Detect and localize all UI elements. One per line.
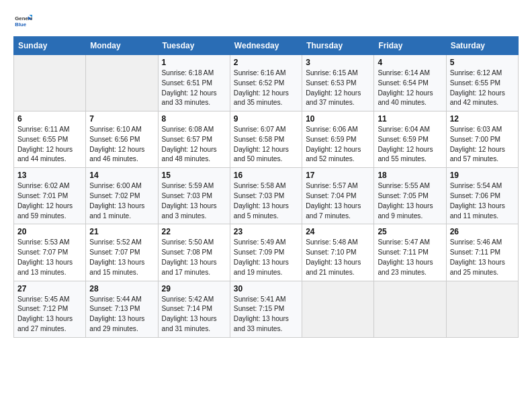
day-info: Sunrise: 5:49 AMSunset: 7:09 PMDaylight:… xyxy=(234,238,298,277)
day-info: Sunrise: 6:11 AMSunset: 6:55 PMDaylight:… xyxy=(17,125,82,165)
header-day-friday: Friday xyxy=(374,37,446,55)
day-info: Sunrise: 5:48 AMSunset: 7:10 PMDaylight:… xyxy=(306,238,370,277)
day-info: Sunrise: 5:55 AMSunset: 7:05 PMDaylight:… xyxy=(378,181,442,221)
header-day-thursday: Thursday xyxy=(302,37,374,55)
calendar-cell xyxy=(302,281,374,337)
calendar-cell xyxy=(86,55,158,111)
day-info: Sunrise: 5:57 AMSunset: 7:04 PMDaylight:… xyxy=(306,181,370,221)
day-number: 8 xyxy=(162,114,226,124)
calendar-week-4: 20Sunrise: 5:53 AMSunset: 7:07 PMDayligh… xyxy=(14,224,519,281)
day-info: Sunrise: 5:44 AMSunset: 7:13 PMDaylight:… xyxy=(89,295,154,334)
calendar-week-3: 13Sunrise: 6:02 AMSunset: 7:01 PMDayligh… xyxy=(14,168,519,224)
page: General Blue SundayMondayTuesdayWednesda… xyxy=(0,0,532,411)
day-number: 30 xyxy=(234,284,298,293)
day-info: Sunrise: 5:59 AMSunset: 7:03 PMDaylight:… xyxy=(162,181,226,221)
svg-text:Blue: Blue xyxy=(15,21,27,28)
calendar-cell: 2Sunrise: 6:16 AMSunset: 6:52 PMDaylight… xyxy=(230,55,302,111)
day-number: 5 xyxy=(450,58,515,67)
calendar-header: SundayMondayTuesdayWednesdayThursdayFrid… xyxy=(14,37,519,55)
day-number: 16 xyxy=(234,171,298,180)
calendar-cell: 25Sunrise: 5:47 AMSunset: 7:11 PMDayligh… xyxy=(374,224,446,281)
day-info: Sunrise: 6:16 AMSunset: 6:52 PMDaylight:… xyxy=(234,68,298,108)
day-info: Sunrise: 6:02 AMSunset: 7:01 PMDaylight:… xyxy=(17,181,82,221)
calendar-cell: 11Sunrise: 6:04 AMSunset: 6:59 PMDayligh… xyxy=(374,111,446,168)
day-number: 27 xyxy=(17,284,82,293)
calendar-cell: 24Sunrise: 5:48 AMSunset: 7:10 PMDayligh… xyxy=(302,224,374,281)
day-info: Sunrise: 6:14 AMSunset: 6:54 PMDaylight:… xyxy=(378,68,442,108)
day-number: 23 xyxy=(234,227,298,236)
calendar-cell: 21Sunrise: 5:52 AMSunset: 7:07 PMDayligh… xyxy=(86,224,158,281)
header-day-saturday: Saturday xyxy=(446,37,518,55)
day-info: Sunrise: 5:50 AMSunset: 7:08 PMDaylight:… xyxy=(162,238,226,277)
calendar-cell: 16Sunrise: 5:58 AMSunset: 7:03 PMDayligh… xyxy=(230,168,302,224)
calendar-cell: 19Sunrise: 5:54 AMSunset: 7:06 PMDayligh… xyxy=(446,168,518,224)
calendar-cell: 18Sunrise: 5:55 AMSunset: 7:05 PMDayligh… xyxy=(374,168,446,224)
day-number: 14 xyxy=(89,171,154,180)
logo-icon: General Blue xyxy=(13,12,32,31)
day-info: Sunrise: 6:15 AMSunset: 6:53 PMDaylight:… xyxy=(306,68,370,108)
day-number: 29 xyxy=(162,284,226,293)
day-info: Sunrise: 5:54 AMSunset: 7:06 PMDaylight:… xyxy=(450,181,515,221)
calendar-cell: 4Sunrise: 6:14 AMSunset: 6:54 PMDaylight… xyxy=(374,55,446,111)
calendar-cell: 8Sunrise: 6:08 AMSunset: 6:57 PMDaylight… xyxy=(158,111,230,168)
header-day-monday: Monday xyxy=(86,37,158,55)
calendar-cell: 17Sunrise: 5:57 AMSunset: 7:04 PMDayligh… xyxy=(302,168,374,224)
calendar-cell: 28Sunrise: 5:44 AMSunset: 7:13 PMDayligh… xyxy=(86,281,158,337)
day-number: 21 xyxy=(89,227,154,236)
day-info: Sunrise: 5:47 AMSunset: 7:11 PMDaylight:… xyxy=(378,238,442,277)
day-info: Sunrise: 6:18 AMSunset: 6:51 PMDaylight:… xyxy=(162,68,226,108)
day-info: Sunrise: 6:04 AMSunset: 6:59 PMDaylight:… xyxy=(378,125,442,165)
logo: General Blue xyxy=(13,12,35,31)
day-info: Sunrise: 6:03 AMSunset: 7:00 PMDaylight:… xyxy=(450,125,515,165)
day-info: Sunrise: 6:00 AMSunset: 7:02 PMDaylight:… xyxy=(89,181,154,221)
day-info: Sunrise: 5:41 AMSunset: 7:15 PMDaylight:… xyxy=(234,295,298,334)
calendar-cell: 14Sunrise: 6:00 AMSunset: 7:02 PMDayligh… xyxy=(86,168,158,224)
calendar-week-5: 27Sunrise: 5:45 AMSunset: 7:12 PMDayligh… xyxy=(14,281,519,337)
calendar-cell xyxy=(374,281,446,337)
header-row: SundayMondayTuesdayWednesdayThursdayFrid… xyxy=(14,37,519,55)
calendar-cell: 12Sunrise: 6:03 AMSunset: 7:00 PMDayligh… xyxy=(446,111,518,168)
day-info: Sunrise: 6:07 AMSunset: 6:58 PMDaylight:… xyxy=(234,125,298,165)
day-info: Sunrise: 5:58 AMSunset: 7:03 PMDaylight:… xyxy=(234,181,298,221)
day-number: 11 xyxy=(378,114,442,124)
day-number: 7 xyxy=(89,114,154,124)
header-day-tuesday: Tuesday xyxy=(158,37,230,55)
day-number: 13 xyxy=(17,171,82,180)
calendar-cell xyxy=(14,55,86,111)
calendar-cell xyxy=(446,281,518,337)
day-info: Sunrise: 6:10 AMSunset: 6:56 PMDaylight:… xyxy=(89,125,154,165)
day-number: 24 xyxy=(306,227,370,236)
day-number: 18 xyxy=(378,171,442,180)
calendar-cell: 1Sunrise: 6:18 AMSunset: 6:51 PMDaylight… xyxy=(158,55,230,111)
day-info: Sunrise: 5:46 AMSunset: 7:11 PMDaylight:… xyxy=(450,238,515,277)
calendar-week-1: 1Sunrise: 6:18 AMSunset: 6:51 PMDaylight… xyxy=(14,55,519,111)
calendar-cell: 27Sunrise: 5:45 AMSunset: 7:12 PMDayligh… xyxy=(14,281,86,337)
calendar-table: SundayMondayTuesdayWednesdayThursdayFrid… xyxy=(13,36,519,338)
calendar-week-2: 6Sunrise: 6:11 AMSunset: 6:55 PMDaylight… xyxy=(14,111,519,168)
day-number: 28 xyxy=(89,284,154,293)
calendar-cell: 23Sunrise: 5:49 AMSunset: 7:09 PMDayligh… xyxy=(230,224,302,281)
calendar-body: 1Sunrise: 6:18 AMSunset: 6:51 PMDaylight… xyxy=(14,55,519,338)
day-info: Sunrise: 5:42 AMSunset: 7:14 PMDaylight:… xyxy=(162,295,226,334)
day-number: 15 xyxy=(162,171,226,180)
calendar-cell: 7Sunrise: 6:10 AMSunset: 6:56 PMDaylight… xyxy=(86,111,158,168)
day-info: Sunrise: 5:52 AMSunset: 7:07 PMDaylight:… xyxy=(89,238,154,277)
calendar-cell: 13Sunrise: 6:02 AMSunset: 7:01 PMDayligh… xyxy=(14,168,86,224)
header-day-wednesday: Wednesday xyxy=(230,37,302,55)
day-number: 6 xyxy=(17,114,82,124)
day-info: Sunrise: 6:12 AMSunset: 6:55 PMDaylight:… xyxy=(450,68,515,108)
day-info: Sunrise: 5:45 AMSunset: 7:12 PMDaylight:… xyxy=(17,295,82,334)
day-number: 12 xyxy=(450,114,515,124)
calendar-cell: 9Sunrise: 6:07 AMSunset: 6:58 PMDaylight… xyxy=(230,111,302,168)
day-number: 26 xyxy=(450,227,515,236)
calendar-cell: 5Sunrise: 6:12 AMSunset: 6:55 PMDaylight… xyxy=(446,55,518,111)
calendar-cell: 10Sunrise: 6:06 AMSunset: 6:59 PMDayligh… xyxy=(302,111,374,168)
day-number: 4 xyxy=(378,58,442,67)
day-number: 19 xyxy=(450,171,515,180)
day-number: 22 xyxy=(162,227,226,236)
day-info: Sunrise: 6:06 AMSunset: 6:59 PMDaylight:… xyxy=(306,125,370,165)
day-info: Sunrise: 5:53 AMSunset: 7:07 PMDaylight:… xyxy=(17,238,82,277)
day-number: 10 xyxy=(306,114,370,124)
day-number: 9 xyxy=(234,114,298,124)
day-number: 1 xyxy=(162,58,226,67)
